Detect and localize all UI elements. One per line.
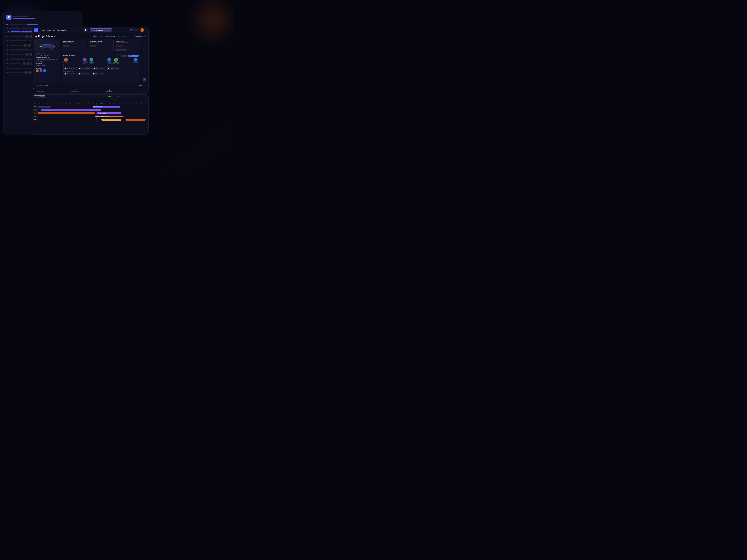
doc-icon-cp: 📄 <box>108 68 110 69</box>
contact-avatar-2 <box>40 69 43 72</box>
flow-name-4: William Porter <box>133 62 138 63</box>
doc-rt-label: RT_rep_N1.pdf <box>67 73 74 74</box>
initiate-meeting-btn[interactable]: Initiate Meeting <box>128 55 138 57</box>
doc-cad-dl[interactable]: ↓ <box>75 68 76 69</box>
gantt-current-badge: Current <box>106 96 112 97</box>
topbar-tab-active[interactable]: SS-BK2302268N1 Proj_details <box>90 28 112 32</box>
sched-dot-final <box>109 89 110 90</box>
topbar-avatar[interactable] <box>140 28 144 32</box>
reminder-btn[interactable]: Reminder <box>121 55 127 57</box>
gantt-collapse-label: ▲ Collapse <box>37 96 44 97</box>
card-keywords-title: Keywords: <box>36 63 58 64</box>
topbar-nav[interactable]: Change management › Proj_details <box>40 29 66 31</box>
scheme-title: Scheme design <box>63 40 85 42</box>
doc-fea-dl[interactable]: ↓ <box>89 68 90 69</box>
lp-mini-dot-8a <box>25 53 29 56</box>
gantt-track-pc: MP Rep. / Approval Temporary business tr… <box>37 119 148 121</box>
doc-rt-dl[interactable]: ↓ <box>75 73 75 75</box>
gantt-date-today: 4/10Today <box>99 101 104 104</box>
gantt-row-pd: PD Scheme archiving / Approval <box>33 108 148 112</box>
sched-arrow-right[interactable]: › <box>147 87 147 90</box>
new-badge: NEW <box>93 35 97 37</box>
sched-phase-complete: Complete <box>139 90 144 91</box>
doc-mp-dl[interactable]: ↓ <box>103 73 104 75</box>
doc-icon-ce: 📄 <box>79 73 80 75</box>
scheme-docs-title: Scheme documents <box>63 65 138 66</box>
doc-rt[interactable]: 📄 RT_rep_N1.pdf ↓ <box>63 73 76 75</box>
gantt-row-fs: FS RT Repo. / Ct / Repo. / Approval <box>33 115 148 118</box>
doc-icon-fea: 📄 <box>79 68 81 69</box>
svg-rect-6 <box>53 46 54 47</box>
flow-date-3a: 01/26/23 <box>108 63 111 64</box>
sched-current-label: Current <box>138 85 143 86</box>
gantt-warning-icon: ⚠ <box>118 96 119 98</box>
sched-phase-reliability: Reliability testing <box>71 89 79 92</box>
approval-header: Change approval Reminder Initiate Meetin… <box>63 54 138 57</box>
card-link[interactable]: Safety belt · Buckle-KD20 <box>36 55 58 56</box>
doc-dfmea[interactable]: 📄 DFMEA_N1.pdf ↓ <box>92 67 106 70</box>
gantt-phase-complete: Complete <box>132 99 143 101</box>
scheme-meta: @6k:36 · complete <box>63 42 85 43</box>
scheme-docs-section: Scheme documents 📄 CAD_S...N1.pdf ↓ 📄 FE… <box>63 65 138 75</box>
lp-row-1 <box>6 23 79 26</box>
doc-dfmea-dl[interactable]: ↓ <box>104 68 104 69</box>
date-label: Date: <box>117 36 120 37</box>
sidebar-icon-blue[interactable]: ▣ <box>143 78 146 81</box>
topbar-tab-id: SS-BK2302268N1 <box>92 29 103 31</box>
topbar-search[interactable]: 🔍 Search <box>129 29 139 31</box>
phase-card-scheme: Scheme design @6k:36 · complete complete <box>62 39 87 52</box>
sidebar-icon-menu[interactable]: ≡ <box>143 41 146 44</box>
doc-cp[interactable]: 📄 CP_SS...N1.pdf ↓ <box>107 67 120 70</box>
gantt-date-6: 3/31Fri <box>55 101 59 104</box>
gantt-row-qa: QA AT Repo. / Approval <box>33 112 148 115</box>
doc-mp[interactable]: 📄 MP_rep_N1.pdf ↓ <box>92 73 105 75</box>
gantt-date-4: 3/29Wed <box>46 101 51 104</box>
page-meta: NEW Proj. No: SS-BK2302268N1 Date: 01/09… <box>93 35 146 37</box>
flow-date-1: 01/28/23 <box>65 63 68 64</box>
flow-avatar-3b <box>114 58 118 62</box>
gantt-date-26: 4/19Thu <box>143 101 148 104</box>
date-start: 01/09/23 <box>122 36 126 37</box>
doc-ce-dl[interactable]: ↓ <box>89 73 90 75</box>
doc-cad[interactable]: 📄 CAD_S...N1.pdf ↓ <box>63 67 77 70</box>
keyword-buckle: Buckle <box>36 65 41 66</box>
svg-point-4 <box>51 47 53 49</box>
doc-cp-dl[interactable]: ↓ <box>118 68 119 69</box>
final-progress-label: in progress <box>128 49 134 51</box>
lp-bar-r9a <box>9 58 26 60</box>
gantt-bar-fs-1-label: RT Repo. / Ct / Repo. / Approval <box>96 116 109 117</box>
lp-title-bar-2 <box>13 18 35 19</box>
phase-cards: Scheme design @6k:36 · complete complete… <box>62 39 140 52</box>
final-meta: MCT @ 6k:34 · Delay risk <box>116 42 138 43</box>
lp-mini-dot-12a <box>24 71 28 74</box>
flow-date-2b: 01/23/23 <box>90 63 93 64</box>
search-icon: 🔍 <box>130 29 132 31</box>
card-problem-text: The buckle makes a loud noise when the c… <box>36 59 58 62</box>
gantt-date-2: 3/27Mon <box>37 101 42 104</box>
gantt-date-12: 4/6Thu <box>81 101 86 104</box>
gantt-bar-pc-2: Temporary business trip may cause... <box>126 119 146 121</box>
gantt-date-13: 4/7Fri <box>86 101 90 104</box>
gantt-header: ▲ ▲ Collapse Current ⚠ <box>32 95 149 99</box>
lp-dot-1 <box>6 24 8 25</box>
sched-arrow-left[interactable]: ‹ <box>33 87 34 90</box>
gantt-track-pd: Scheme archiving / Approval <box>37 109 148 111</box>
lp-title-bars <box>13 16 35 19</box>
lp-dot-12 <box>6 72 8 74</box>
lp-mini-dot-4a <box>25 35 29 38</box>
doc-ce[interactable]: 📄 CE_rep_N1.pdf ↓ <box>77 73 91 75</box>
change-approval-btn[interactable]: Change approval <box>116 49 127 51</box>
lp-bar-r2a <box>9 28 20 29</box>
gantt-collapse-btn[interactable]: ▲ ▲ Collapse <box>34 95 46 98</box>
today-line <box>96 104 97 122</box>
gantt-bar-qa-2-label: AT Repo. / Approval <box>98 113 106 114</box>
gantt-date-20: 4/14Fri <box>117 101 121 104</box>
topbar-chevron-down[interactable]: ▾ <box>146 29 146 31</box>
gantt-date-15: 4/9Sun <box>95 101 99 104</box>
flow-node-4: William Porter 01/28/23 <box>133 58 138 64</box>
doc-fea[interactable]: 📄 FEA_S...N1.pdf ↓ <box>78 67 91 70</box>
flow-node-2b: Ethan Clarke 01/23/23 <box>88 58 94 64</box>
lp-bar-r6a <box>9 45 22 46</box>
gantt-date-11: 4/5Wed <box>77 101 81 104</box>
flow-name-1: Autumn Dixon <box>63 62 69 63</box>
